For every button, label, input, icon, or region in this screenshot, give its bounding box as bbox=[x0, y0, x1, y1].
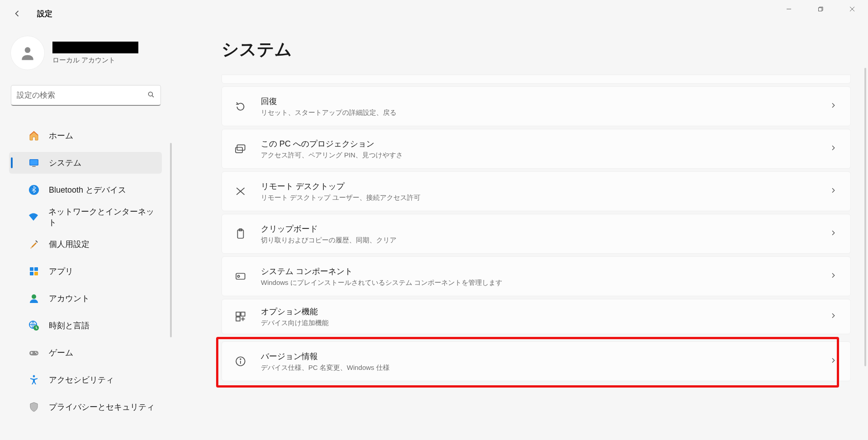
recovery-icon bbox=[233, 100, 248, 112]
remote-desktop-icon bbox=[233, 185, 248, 197]
info-icon bbox=[233, 355, 248, 367]
sidebar-item-label: 個人用設定 bbox=[49, 239, 90, 250]
settings-item-sub: デバイス仕様、PC 名変更、Windows 仕様 bbox=[261, 364, 390, 372]
globe-clock-icon bbox=[28, 320, 40, 331]
main-panel: システム 回復 リセット、スタートアップの詳細設定、戻る この PC へのプロジ… bbox=[179, 32, 868, 440]
account-block[interactable]: ローカル アカウント bbox=[0, 32, 172, 85]
back-button[interactable] bbox=[10, 6, 24, 21]
sidebar-item-label: ネットワークとインターネット bbox=[48, 206, 156, 228]
settings-item-remote-desktop[interactable]: リモート デスクトップ リモート デスクトップ ユーザー、接続アクセス許可 bbox=[222, 171, 851, 211]
settings-item-projection[interactable]: この PC へのプロジェクション アクセス許可、ペアリング PIN、見つけやすさ bbox=[222, 129, 851, 169]
settings-item-recovery[interactable]: 回復 リセット、スタートアップの詳細設定、戻る bbox=[222, 86, 851, 126]
svg-point-19 bbox=[33, 375, 35, 378]
sidebar-item-bluetooth[interactable]: Bluetooth とデバイス bbox=[11, 179, 164, 201]
search-input[interactable] bbox=[17, 91, 147, 100]
svg-rect-26 bbox=[236, 312, 240, 316]
svg-point-3 bbox=[148, 92, 152, 96]
svg-rect-1 bbox=[819, 8, 822, 11]
account-icon bbox=[28, 293, 40, 304]
sidebar-item-time-language[interactable]: 時刻と言語 bbox=[11, 315, 164, 336]
gamepad-icon bbox=[28, 347, 40, 359]
settings-list: 回復 リセット、スタートアップの詳細設定、戻る この PC へのプロジェクション… bbox=[179, 75, 851, 381]
card-peek-above bbox=[222, 75, 851, 84]
components-icon bbox=[233, 270, 248, 282]
sidebar-item-label: プライバシーとセキュリティ bbox=[49, 402, 155, 412]
chevron-right-icon bbox=[830, 272, 837, 281]
search-icon bbox=[147, 90, 155, 100]
search-box[interactable] bbox=[11, 85, 161, 106]
sidebar-item-accessibility[interactable]: アクセシビリティ bbox=[11, 369, 164, 391]
settings-item-sub: Windows にプレインストールされているシステム コンポーネントを管理します bbox=[261, 279, 502, 287]
settings-item-sub: リモート デスクトップ ユーザー、接続アクセス許可 bbox=[261, 194, 420, 202]
window-controls bbox=[773, 0, 868, 27]
svg-point-25 bbox=[238, 275, 240, 277]
svg-rect-10 bbox=[34, 267, 38, 271]
settings-item-sub: 切り取りおよびコピーの履歴、同期、クリア bbox=[261, 236, 396, 245]
sidebar-item-label: 時刻と言語 bbox=[49, 320, 90, 331]
account-subtitle: ローカル アカウント bbox=[52, 56, 138, 65]
chevron-right-icon bbox=[830, 187, 837, 196]
svg-rect-27 bbox=[241, 312, 245, 316]
wifi-icon bbox=[28, 211, 39, 223]
svg-point-2 bbox=[25, 47, 31, 53]
sidebar-scrollbar[interactable] bbox=[170, 143, 172, 337]
chevron-right-icon bbox=[830, 144, 837, 153]
brush-icon bbox=[28, 238, 40, 250]
sidebar-item-apps[interactable]: アプリ bbox=[11, 260, 164, 282]
settings-item-optional-features[interactable]: オプション機能 デバイス向け追加機能 bbox=[222, 299, 851, 334]
svg-rect-6 bbox=[30, 160, 38, 165]
projection-icon bbox=[233, 143, 248, 155]
sidebar-item-home[interactable]: ホーム bbox=[11, 125, 164, 147]
settings-item-title: 回復 bbox=[261, 96, 396, 107]
sidebar-item-network[interactable]: ネットワークとインターネット bbox=[11, 206, 164, 228]
svg-line-4 bbox=[152, 95, 154, 97]
chevron-right-icon bbox=[830, 102, 837, 111]
sidebar-item-personalization[interactable]: 個人用設定 bbox=[11, 233, 164, 255]
svg-point-31 bbox=[240, 359, 241, 360]
account-name-redacted bbox=[52, 42, 138, 53]
minimize-button[interactable] bbox=[773, 0, 805, 18]
settings-item-sub: リセット、スタートアップの詳細設定、戻る bbox=[261, 109, 396, 117]
page-title: システム bbox=[222, 38, 851, 61]
svg-rect-11 bbox=[30, 272, 33, 275]
chevron-right-icon bbox=[830, 312, 837, 321]
sidebar-item-accounts[interactable]: アカウント bbox=[11, 288, 164, 309]
bluetooth-icon bbox=[28, 184, 40, 196]
avatar bbox=[11, 36, 44, 70]
main-scrollbar[interactable] bbox=[864, 68, 866, 366]
chevron-right-icon bbox=[830, 229, 837, 238]
clipboard-icon bbox=[233, 228, 248, 240]
sidebar-item-label: ゲーム bbox=[49, 347, 73, 358]
sidebar-item-system[interactable]: システム bbox=[9, 152, 162, 174]
settings-item-clipboard[interactable]: クリップボード 切り取りおよびコピーの履歴、同期、クリア bbox=[222, 214, 851, 254]
sidebar-item-privacy[interactable]: プライバシーとセキュリティ bbox=[11, 396, 164, 418]
chevron-right-icon bbox=[830, 357, 837, 366]
settings-item-title: リモート デスクトップ bbox=[261, 181, 420, 192]
svg-point-18 bbox=[36, 353, 37, 354]
settings-item-about[interactable]: バージョン情報 デバイス仕様、PC 名変更、Windows 仕様 bbox=[222, 341, 851, 381]
svg-rect-28 bbox=[236, 317, 240, 321]
sidebar-item-gaming[interactable]: ゲーム bbox=[11, 342, 164, 364]
accessibility-icon bbox=[28, 374, 40, 386]
close-button[interactable] bbox=[836, 0, 868, 18]
settings-item-system-components[interactable]: システム コンポーネント Windows にプレインストールされているシステム … bbox=[222, 256, 851, 296]
svg-rect-9 bbox=[30, 267, 33, 271]
titlebar: 設定 bbox=[0, 0, 868, 27]
svg-rect-7 bbox=[32, 166, 36, 167]
svg-rect-12 bbox=[34, 272, 38, 275]
svg-point-17 bbox=[35, 352, 36, 353]
sidebar-item-label: システム bbox=[49, 157, 81, 168]
sidebar-item-label: アカウント bbox=[49, 293, 90, 304]
home-icon bbox=[28, 130, 40, 142]
app-title: 設定 bbox=[37, 9, 52, 19]
settings-item-title: システム コンポーネント bbox=[261, 266, 502, 277]
settings-item-title: オプション機能 bbox=[261, 306, 329, 317]
sidebar-item-label: ホーム bbox=[49, 130, 73, 141]
system-icon bbox=[28, 157, 40, 169]
maximize-button[interactable] bbox=[805, 0, 836, 18]
apps-icon bbox=[28, 265, 40, 277]
sidebar-item-label: アプリ bbox=[49, 266, 73, 277]
optional-features-icon bbox=[233, 311, 248, 322]
sidebar-item-label: Bluetooth とデバイス bbox=[49, 185, 126, 195]
sidebar: ローカル アカウント ホーム システム bbox=[0, 32, 172, 440]
